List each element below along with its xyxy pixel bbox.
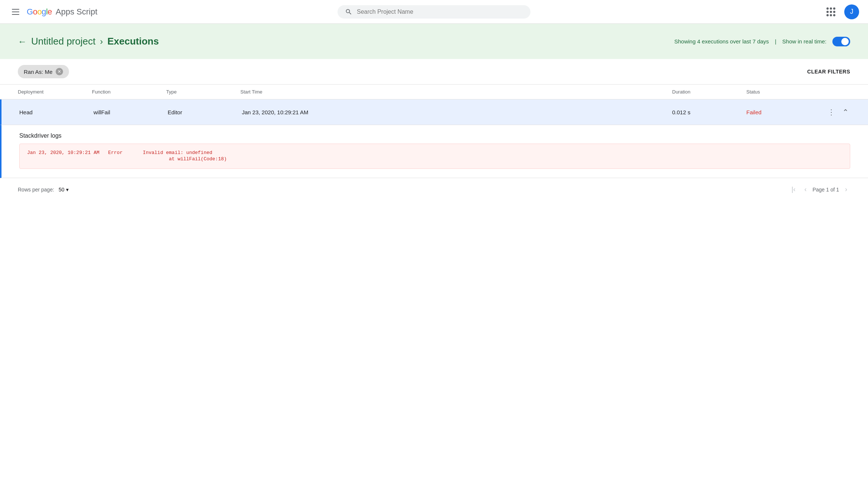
apps-grid-icon[interactable] [823, 4, 838, 19]
table-header: Deployment Function Type Start Time Dura… [0, 85, 868, 99]
rows-per-page-label: Rows per page: [18, 187, 54, 193]
col-function: Function [92, 89, 166, 95]
project-link[interactable]: Untitled project [31, 36, 95, 47]
rows-per-page-value: 50 [59, 187, 65, 193]
log-title: Stackdriver logs [19, 132, 850, 139]
breadcrumb-current: Executions [107, 36, 159, 47]
pagination-row: Rows per page: 50 ▾ |‹ ‹ Page 1 of 1 › [0, 178, 868, 201]
header-right: J [755, 4, 859, 19]
cell-start-time: Jan 23, 2020, 10:29:21 AM [242, 109, 672, 115]
first-page-button[interactable]: |‹ [789, 184, 799, 195]
back-button[interactable]: ← [18, 36, 27, 47]
table-container: Deployment Function Type Start Time Dura… [0, 85, 868, 178]
log-line-1: Jan 23, 2020, 10:29:21 AM Error Invalid … [27, 150, 842, 155]
collapse-icon[interactable]: ⌃ [841, 106, 850, 118]
pagination-right: |‹ ‹ Page 1 of 1 › [789, 184, 850, 195]
header-center [113, 5, 755, 19]
rows-per-page-select[interactable]: 50 ▾ [59, 187, 69, 193]
cell-type: Editor [168, 109, 242, 115]
realtime-toggle[interactable] [832, 37, 850, 46]
col-type: Type [166, 89, 240, 95]
breadcrumb-separator: › [100, 36, 103, 47]
col-duration: Duration [672, 89, 746, 95]
menu-icon[interactable] [9, 6, 22, 18]
log-line-2: at willFail(Code:18) [27, 156, 842, 162]
clear-filters-button[interactable]: CLEAR FILTERS [807, 69, 850, 75]
header-left: Google Apps Script [9, 6, 113, 18]
log-section: Stackdriver logs Jan 23, 2020, 10:29:21 … [0, 125, 868, 178]
google-logo-text: Google [27, 7, 52, 17]
filter-chip-close-icon[interactable]: ✕ [56, 68, 63, 75]
execution-count: Showing 4 executions over last 7 days [674, 38, 769, 45]
table-row: Head willFail Editor Jan 23, 2020, 10:29… [0, 99, 868, 125]
cell-deployment: Head [19, 109, 93, 115]
apps-script-label: Apps Script [56, 7, 98, 17]
breadcrumb: ← Untitled project › Executions [18, 36, 159, 47]
filter-chip-ran-as-me: Ran As: Me ✕ [18, 65, 69, 78]
breadcrumb-right: Showing 4 executions over last 7 days | … [674, 37, 850, 46]
realtime-label: Show in real time: [782, 38, 826, 45]
filter-chip-label: Ran As: Me [24, 69, 53, 75]
avatar[interactable]: J [844, 4, 859, 19]
col-actions [821, 89, 850, 95]
col-status: Status [746, 89, 821, 95]
divider: | [775, 38, 776, 45]
log-level: Error [108, 150, 122, 155]
cell-status: Failed [746, 109, 821, 115]
next-page-button[interactable]: › [842, 184, 850, 195]
cell-function: willFail [93, 109, 168, 115]
more-options-icon[interactable]: ⋮ [826, 106, 836, 118]
app-header: Google Apps Script J [0, 0, 868, 24]
rows-per-page: Rows per page: 50 ▾ [18, 187, 69, 193]
logo: Google Apps Script [27, 7, 98, 17]
page-info: Page 1 of 1 [812, 187, 839, 193]
rows-select-chevron: ▾ [66, 187, 69, 193]
prev-page-button[interactable]: ‹ [801, 184, 809, 195]
search-icon [345, 8, 352, 16]
col-start-time: Start Time [240, 89, 672, 95]
log-box: Jan 23, 2020, 10:29:21 AM Error Invalid … [19, 144, 850, 169]
log-message-2: at willFail(Code:18) [169, 156, 227, 162]
col-deployment: Deployment [18, 89, 92, 95]
breadcrumb-section: ← Untitled project › Executions Showing … [0, 24, 868, 59]
log-timestamp: Jan 23, 2020, 10:29:21 AM [27, 150, 99, 155]
search-input[interactable] [357, 9, 523, 15]
cell-duration: 0.012 s [672, 109, 746, 115]
row-actions: ⋮ ⌃ [821, 106, 850, 118]
search-bar[interactable] [338, 5, 530, 19]
filters-row: Ran As: Me ✕ CLEAR FILTERS [0, 59, 868, 85]
log-message-1: Invalid email: undefined [143, 150, 212, 155]
